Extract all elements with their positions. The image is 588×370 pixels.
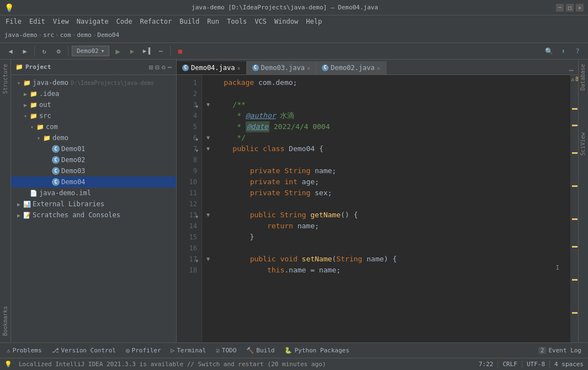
status-divider-1 bbox=[497, 361, 498, 368]
structure-panel-icon[interactable]: Structure bbox=[1, 62, 9, 96]
update-button[interactable]: ⬆ bbox=[557, 45, 569, 57]
menu-build[interactable]: Build bbox=[176, 17, 203, 26]
warning-triangle-icon: ⚠ bbox=[571, 76, 574, 82]
fold-icon-17[interactable]: ▼ bbox=[206, 254, 215, 265]
todo-tab[interactable]: ☑ TODO bbox=[211, 345, 241, 357]
code-line-11: private String sex; bbox=[206, 187, 566, 199]
fold-icon-6[interactable]: ▼ bbox=[206, 132, 215, 143]
back-button[interactable]: ◀ bbox=[4, 45, 17, 57]
coverage-button[interactable]: ▶▐ bbox=[140, 45, 152, 57]
tree-item-demo[interactable]: ▾ 📁 demo bbox=[11, 132, 176, 143]
fold-icon-13[interactable]: ▼ bbox=[206, 210, 215, 221]
scratches-icon: 📝 bbox=[23, 212, 31, 219]
warn-stripe-2 bbox=[572, 125, 578, 126]
code-editor[interactable]: package com.demo; ▼ /** * @author 水滴 * @… bbox=[202, 75, 570, 342]
sciview-panel-tab[interactable]: SciView bbox=[579, 128, 588, 160]
fold-icon-7[interactable]: ▼ bbox=[206, 143, 215, 154]
profiler-label: Profiler bbox=[132, 347, 161, 354]
sidebar-more-icon[interactable]: ⋯ bbox=[168, 63, 172, 71]
menu-view[interactable]: View bbox=[50, 17, 72, 26]
tree-item-out[interactable]: ▶ 📁 out bbox=[11, 99, 176, 110]
minimize-button[interactable]: ─ bbox=[556, 4, 564, 12]
run-button[interactable]: ▶ bbox=[112, 45, 124, 57]
iml-file-icon: 📄 bbox=[30, 190, 38, 197]
tree-item-demo01[interactable]: C Demo01 bbox=[11, 143, 176, 154]
problems-tab[interactable]: ⚠ Problems bbox=[2, 345, 46, 357]
menu-navigate[interactable]: Navigate bbox=[73, 17, 112, 26]
tree-item-scratches[interactable]: ▶ 📝 Scratches and Consoles bbox=[11, 210, 176, 221]
version-control-tab[interactable]: ⎇ Version Control bbox=[47, 345, 120, 357]
menu-edit[interactable]: Edit bbox=[26, 17, 49, 26]
encoding-indicator[interactable]: UTF-8 bbox=[527, 361, 545, 368]
menu-help[interactable]: Help bbox=[303, 17, 325, 26]
line-num-10: 10 bbox=[177, 176, 197, 187]
tab-demo02-close[interactable]: ✕ bbox=[377, 65, 380, 71]
fold-icon-3[interactable]: ▼ bbox=[206, 99, 215, 110]
profiler-tab[interactable]: ◎ Profiler bbox=[121, 345, 166, 357]
warn-stripe-6 bbox=[572, 246, 578, 248]
bookmarks-panel-icon[interactable]: Bookmarks bbox=[1, 304, 9, 338]
left-panel-icons: Structure Bookmarks bbox=[0, 60, 11, 342]
more-run-button[interactable]: ⋯ bbox=[155, 45, 167, 57]
sidebar-collapse-icon[interactable]: ⊟ bbox=[155, 63, 159, 71]
tab-demo03-label: Demo03.java bbox=[261, 64, 305, 72]
event-log-tab[interactable]: 2 Event Log bbox=[534, 345, 586, 357]
warning-count: 8 bbox=[575, 76, 578, 82]
indent-indicator[interactable]: 4 spaces bbox=[554, 361, 584, 368]
line-num-14: 14 bbox=[177, 221, 197, 232]
menu-tools[interactable]: Tools bbox=[224, 17, 250, 26]
breadcrumb-project[interactable]: java-demo bbox=[4, 31, 38, 39]
toolbar-divider-2 bbox=[68, 46, 68, 56]
build-tab[interactable]: 🔨 Build bbox=[242, 345, 279, 357]
tab-options-button[interactable]: ⋯ bbox=[565, 66, 578, 74]
editor-right-gutter[interactable]: ⚠ 8 ▲ bbox=[570, 75, 578, 342]
menu-code[interactable]: Code bbox=[113, 17, 136, 26]
menu-vcs[interactable]: VCS bbox=[251, 17, 270, 26]
tree-item-idea[interactable]: ▶ 📁 .idea bbox=[11, 88, 176, 99]
breadcrumb-demo[interactable]: demo bbox=[77, 31, 92, 39]
python-packages-tab[interactable]: 🐍 Python Packages bbox=[280, 345, 353, 357]
run-configuration[interactable]: Demo02 ▾ bbox=[72, 46, 109, 56]
menu-run[interactable]: Run bbox=[204, 17, 223, 26]
tree-item-root[interactable]: ▾ 📁 java-demo D:\IdeaProjects\java-demo bbox=[11, 77, 176, 88]
line-separator[interactable]: CRLF bbox=[502, 361, 517, 368]
menu-refactor[interactable]: Refactor bbox=[136, 17, 175, 26]
sync-button[interactable]: ↻ bbox=[38, 45, 50, 57]
help-button[interactable]: ? bbox=[571, 45, 584, 57]
terminal-tab[interactable]: ▷ Terminal bbox=[167, 345, 211, 357]
breadcrumb-demo04[interactable]: Demo04 bbox=[97, 31, 119, 39]
tree-item-com[interactable]: ▾ 📁 com bbox=[11, 121, 176, 132]
tab-demo04-close[interactable]: ✕ bbox=[237, 65, 240, 71]
forward-button[interactable]: ▶ bbox=[19, 45, 31, 57]
tree-item-demo02[interactable]: C Demo02 bbox=[11, 154, 176, 165]
line-num-1: 1 bbox=[177, 77, 197, 88]
tree-item-demo03[interactable]: C Demo03 bbox=[11, 165, 176, 176]
stop-button[interactable]: ■ bbox=[174, 45, 186, 57]
sidebar-expand-icon[interactable]: ⊞ bbox=[149, 63, 153, 71]
sidebar-settings-icon[interactable]: ⚙ bbox=[162, 63, 166, 71]
maximize-button[interactable]: □ bbox=[566, 4, 574, 12]
notification-text[interactable]: Localized IntelliJ IDEA 2021.3.3 is avai… bbox=[19, 361, 326, 368]
close-button[interactable]: ✕ bbox=[576, 4, 584, 12]
menu-window[interactable]: Window bbox=[271, 17, 301, 26]
tree-item-src[interactable]: ▾ 📁 src bbox=[11, 110, 176, 121]
code-line-2 bbox=[206, 88, 566, 99]
tab-demo03-close[interactable]: ✕ bbox=[307, 65, 310, 71]
tab-demo04[interactable]: C Demo04.java ✕ bbox=[177, 61, 247, 74]
tree-item-demo04[interactable]: C Demo04 bbox=[11, 176, 176, 187]
database-panel-tab[interactable]: Database bbox=[579, 60, 588, 95]
menu-file[interactable]: File bbox=[2, 17, 25, 26]
line-num-5: 5 bbox=[177, 121, 197, 132]
breadcrumb-src[interactable]: src bbox=[43, 31, 54, 39]
tab-demo02[interactable]: C Demo02.java ✕ bbox=[316, 61, 386, 74]
title-file: java-demo [D:\IdeaProjects\java-demo] – … bbox=[17, 4, 553, 11]
build-run-button[interactable]: ▶ bbox=[126, 45, 138, 57]
tree-item-extlibs[interactable]: ▶ 📊 External Libraries bbox=[11, 199, 176, 210]
search-everywhere[interactable]: 🔍 bbox=[543, 45, 555, 57]
tree-item-iml[interactable]: 📄 java-demo.iml bbox=[11, 187, 176, 199]
breadcrumb-com[interactable]: com bbox=[60, 31, 71, 39]
structure-button[interactable]: ⚙ bbox=[52, 45, 65, 57]
editor-area: C Demo04.java ✕ C Demo03.java ✕ C Demo02… bbox=[177, 60, 578, 342]
tab-demo03[interactable]: C Demo03.java ✕ bbox=[247, 61, 317, 74]
cursor-position[interactable]: 7:22 bbox=[479, 361, 494, 368]
